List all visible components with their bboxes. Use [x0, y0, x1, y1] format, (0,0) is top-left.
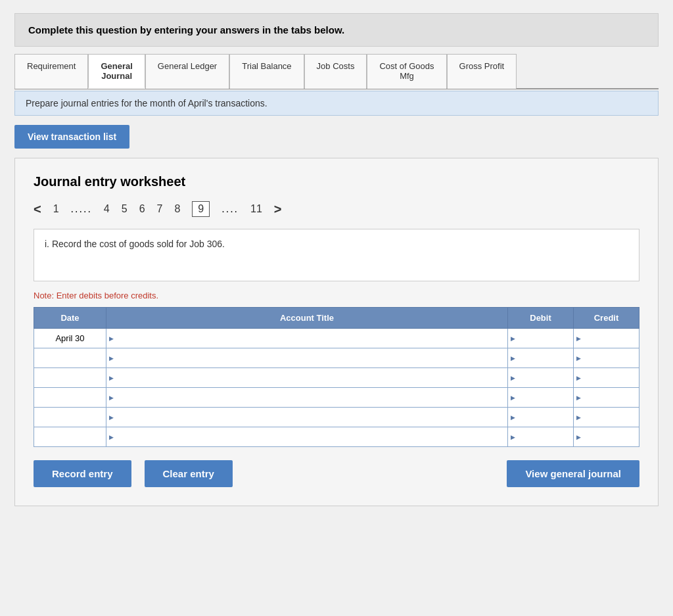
view-general-journal-button[interactable]: View general journal: [507, 460, 639, 487]
clear-entry-button[interactable]: Clear entry: [145, 460, 233, 487]
page-8[interactable]: 8: [174, 203, 180, 215]
account-cell-2[interactable]: [106, 348, 508, 368]
account-input-1[interactable]: [106, 329, 507, 348]
tab-cost-of-goods[interactable]: Cost of GoodsMfg: [367, 54, 446, 89]
date-cell-4: [34, 388, 106, 408]
debit-input-6[interactable]: [508, 427, 573, 446]
page-4[interactable]: 4: [104, 203, 110, 215]
table-row: [34, 408, 639, 427]
page-1[interactable]: 1: [53, 203, 59, 215]
tabs-container: Requirement GeneralJournal General Ledge…: [14, 53, 659, 89]
pagination: < 1 ..... 4 5 6 7 8 9 .... 11 >: [34, 201, 639, 217]
table-row: [34, 388, 639, 408]
page-7[interactable]: 7: [157, 203, 163, 215]
debit-input-2[interactable]: [508, 348, 573, 367]
date-cell-5: [34, 408, 106, 427]
account-input-5[interactable]: [106, 408, 507, 427]
debit-input-1[interactable]: [508, 329, 573, 348]
credit-input-1[interactable]: [574, 329, 639, 348]
account-cell-1[interactable]: [106, 329, 508, 348]
header-debit: Debit: [508, 308, 574, 329]
dots-2: ....: [221, 203, 239, 215]
header-account: Account Title: [106, 308, 508, 329]
debit-cell-1[interactable]: [508, 329, 574, 348]
account-cell-4[interactable]: [106, 388, 508, 408]
dots-1: .....: [71, 203, 92, 215]
date-cell-6: [34, 427, 106, 447]
account-input-2[interactable]: [106, 348, 507, 367]
page-container: Complete this question by entering your …: [14, 13, 659, 506]
account-cell-3[interactable]: [106, 368, 508, 388]
debit-input-5[interactable]: [508, 408, 573, 427]
credit-input-3[interactable]: [574, 368, 639, 387]
account-cell-6[interactable]: [106, 427, 508, 447]
account-input-6[interactable]: [106, 427, 507, 446]
credit-cell-4[interactable]: [574, 388, 639, 408]
account-cell-5[interactable]: [106, 408, 508, 427]
next-arrow[interactable]: >: [274, 202, 282, 217]
debit-input-3[interactable]: [508, 368, 573, 387]
header-date: Date: [34, 308, 106, 329]
credit-cell-3[interactable]: [574, 368, 639, 388]
table-row: [34, 427, 639, 447]
debit-cell-2[interactable]: [508, 348, 574, 368]
tab-gross-profit[interactable]: Gross Profit: [447, 54, 517, 89]
credit-input-2[interactable]: [574, 348, 639, 367]
instruction-text: Complete this question by entering your …: [28, 24, 344, 36]
debit-cell-3[interactable]: [508, 368, 574, 388]
credit-cell-5[interactable]: [574, 408, 639, 427]
credit-cell-6[interactable]: [574, 427, 639, 447]
page-9[interactable]: 9: [192, 201, 210, 217]
header-credit: Credit: [574, 308, 639, 329]
credit-cell-2[interactable]: [574, 348, 639, 368]
info-bar: Prepare journal entries for the month of…: [14, 91, 659, 116]
date-cell-2: [34, 348, 106, 368]
journal-table: Date Account Title Debit Credit April 30: [34, 307, 639, 447]
table-row: [34, 348, 639, 368]
page-11[interactable]: 11: [250, 203, 262, 215]
note-text: Note: Enter debits before credits.: [34, 291, 639, 300]
view-transaction-button[interactable]: View transaction list: [14, 125, 129, 149]
account-input-4[interactable]: [106, 388, 507, 407]
debit-cell-4[interactable]: [508, 388, 574, 408]
tab-general-ledger[interactable]: General Ledger: [145, 54, 229, 89]
page-5[interactable]: 5: [122, 203, 128, 215]
tab-job-costs[interactable]: Job Costs: [304, 54, 367, 89]
credit-input-6[interactable]: [574, 427, 639, 446]
date-cell-1: April 30: [34, 329, 106, 348]
table-row: April 30: [34, 329, 639, 348]
credit-cell-1[interactable]: [574, 329, 639, 348]
worksheet-title: Journal entry worksheet: [34, 174, 639, 189]
date-cell-3: [34, 368, 106, 388]
entry-description: i. Record the cost of goods sold for Job…: [34, 229, 639, 281]
page-6[interactable]: 6: [139, 203, 145, 215]
credit-input-5[interactable]: [574, 408, 639, 427]
record-entry-button[interactable]: Record entry: [34, 460, 131, 487]
account-input-3[interactable]: [106, 368, 507, 387]
tab-general-journal[interactable]: GeneralJournal: [88, 54, 145, 89]
tab-requirement[interactable]: Requirement: [14, 54, 88, 89]
debit-cell-6[interactable]: [508, 427, 574, 447]
prev-arrow[interactable]: <: [34, 202, 41, 217]
bottom-buttons: Record entry Clear entry View general jo…: [34, 460, 639, 487]
worksheet-container: Journal entry worksheet < 1 ..... 4 5 6 …: [14, 158, 659, 506]
info-text: Prepare journal entries for the month of…: [26, 98, 267, 108]
instruction-banner: Complete this question by entering your …: [14, 13, 659, 47]
debit-input-4[interactable]: [508, 388, 573, 407]
tab-trial-balance[interactable]: Trial Balance: [229, 54, 304, 89]
credit-input-4[interactable]: [574, 388, 639, 407]
debit-cell-5[interactable]: [508, 408, 574, 427]
table-row: [34, 368, 639, 388]
